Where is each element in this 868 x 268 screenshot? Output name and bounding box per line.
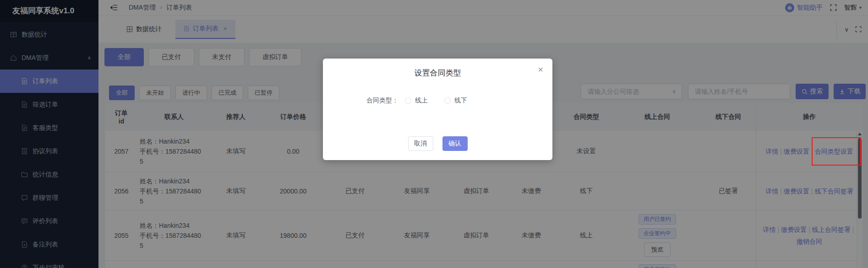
contract-type-field-label: 合同类型：	[366, 96, 399, 105]
radio-online-label[interactable]: 线上	[415, 96, 428, 105]
confirm-button[interactable]: 确认	[442, 136, 468, 151]
dialog-footer: 取消 确认	[323, 136, 552, 151]
radio-online[interactable]	[405, 97, 411, 104]
contract-type-dialog: 设置合同类型 × 合同类型： 线上 线下 取消 确认	[323, 59, 552, 160]
dialog-close-icon[interactable]: ×	[538, 65, 543, 74]
dialog-body: 合同类型： 线上 线下	[323, 96, 552, 105]
radio-offline[interactable]	[444, 97, 451, 104]
radio-offline-label[interactable]: 线下	[454, 96, 467, 105]
cancel-button[interactable]: 取消	[408, 136, 433, 151]
dialog-title: 设置合同类型	[323, 59, 552, 78]
